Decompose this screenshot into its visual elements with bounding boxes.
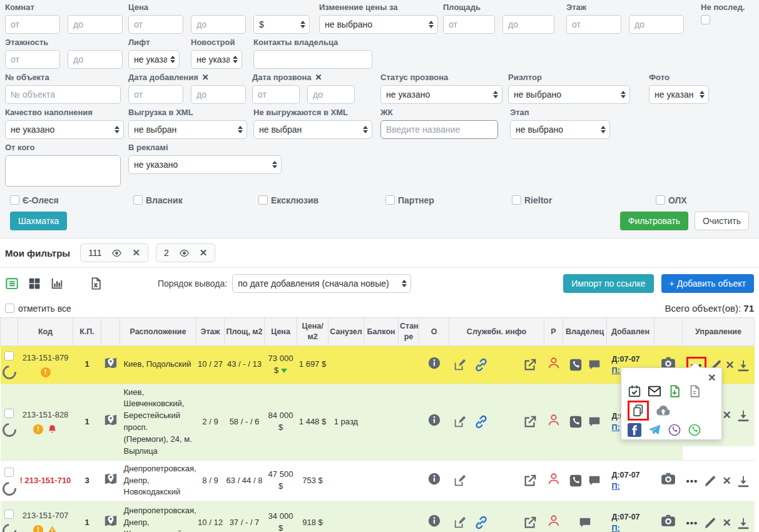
area-to-input[interactable] [502,15,554,34]
clear-button[interactable]: Очистить [695,212,749,230]
download-icon[interactable] [736,359,750,372]
phone-icon[interactable] [569,415,583,429]
chat-icon[interactable] [588,474,601,488]
date-added-from-input[interactable] [128,85,183,104]
envelope-icon[interactable] [648,384,661,398]
row-checkbox[interactable] [4,351,14,361]
floor-to-input[interactable] [629,15,684,34]
olx-checkbox[interactable] [656,195,665,205]
edit-note-icon[interactable] [453,358,467,372]
link-icon[interactable] [474,516,488,529]
sort-order-select[interactable]: по дате добавления (сначала новые) [232,274,411,293]
link-icon[interactable] [474,358,488,372]
e-olesya-checkbox[interactable] [10,195,19,205]
map-icon[interactable] [104,514,118,528]
edit-note-icon[interactable] [453,474,467,488]
facebook-icon[interactable] [628,423,641,437]
map-icon[interactable] [104,472,118,486]
camera-icon[interactable] [660,513,676,529]
select-all-checkbox[interactable] [5,304,14,313]
filter-button[interactable]: Фильтровать [620,212,688,230]
rooms-to-input[interactable] [68,15,123,34]
price-to-input[interactable] [191,15,246,34]
currency-select[interactable]: $ [253,15,310,34]
chart-view-icon[interactable] [50,277,64,290]
call-date-link[interactable]: П: [612,524,620,532]
row-checkbox[interactable] [4,468,14,477]
chat-icon[interactable] [578,516,592,529]
date-call-to-input[interactable] [307,85,355,104]
date-call-from-input[interactable] [252,85,300,104]
floors-to-input[interactable] [68,50,123,69]
refresh-spinner-icon[interactable] [0,479,19,498]
partner-checkbox[interactable] [385,195,395,205]
chess-button[interactable]: Шахматка [10,212,67,230]
realtor-select[interactable]: не выбрано [508,85,630,104]
owner-contacts-input[interactable] [253,50,372,69]
from-whom-input[interactable] [5,155,121,187]
add-object-button[interactable]: + Добавить объект [661,274,754,293]
photo-select[interactable]: не указан [649,85,709,104]
newbuild-select[interactable]: не указан [191,50,242,69]
chat-icon[interactable] [588,358,601,372]
external-link-icon[interactable] [523,358,537,372]
price-change-select[interactable]: не выбрано [319,15,438,34]
phone-icon[interactable] [569,358,583,372]
delete-icon[interactable]: ✕ [723,476,731,486]
refresh-spinner-icon[interactable] [0,521,19,532]
date-added-to-input[interactable] [191,85,246,104]
link-icon[interactable] [474,415,488,429]
viber-icon[interactable] [668,423,681,437]
telegram-icon[interactable] [648,423,661,437]
phone-icon[interactable] [569,474,583,488]
refresh-spinner-icon[interactable] [0,363,19,382]
table-row[interactable]: 213-151-707 ! 1 Днепропетровская, Днепр,… [1,501,755,532]
info-icon[interactable] [427,472,441,486]
lift-select[interactable]: не указан [128,50,180,69]
popup-close-icon[interactable]: ✕ [708,371,716,385]
info-icon[interactable] [427,356,441,370]
chip-remove-icon[interactable]: ✕ [200,247,208,258]
rooms-from-input[interactable] [5,15,60,34]
camera-icon[interactable] [660,471,676,487]
copy-icon[interactable] [631,404,645,417]
eye-icon[interactable] [111,248,122,258]
quality-select[interactable]: не указано [5,120,124,139]
download-icon[interactable] [736,474,750,488]
xml-upload-select[interactable]: не выбран [128,120,247,139]
stage-select[interactable]: не выбрано [510,120,610,139]
pdf-export-green-icon[interactable] [668,384,681,398]
floors-from-input[interactable] [5,50,60,69]
date-call-clear-icon[interactable]: ✕ [315,73,322,82]
more-actions-button[interactable]: ••• [686,518,698,528]
person-icon[interactable] [547,472,561,486]
zhk-input[interactable] [380,120,498,139]
edit-note-icon[interactable] [453,415,467,429]
person-icon[interactable] [547,356,561,370]
row-checkbox[interactable] [4,409,14,418]
grid-view-icon[interactable] [28,277,41,290]
list-view-icon[interactable] [5,277,19,290]
call-date-link[interactable]: П: [612,482,620,491]
delete-icon[interactable]: ✕ [723,518,731,528]
refresh-spinner-icon[interactable] [0,420,19,439]
download-icon[interactable] [736,516,750,530]
eye-icon[interactable] [179,248,190,258]
edit-icon[interactable] [703,516,717,530]
object-number-input[interactable] [5,85,121,104]
xml-not-select[interactable]: не выбран [253,120,372,139]
row-checkbox[interactable] [4,509,14,519]
filter-chip[interactable]: 2 ✕ [156,243,215,262]
delete-icon[interactable]: ✕ [723,410,731,421]
calendar-check-icon[interactable] [628,384,641,398]
edit-icon[interactable] [703,474,717,488]
chat-icon[interactable] [588,415,601,429]
map-icon[interactable] [104,413,118,427]
call-date-link[interactable]: П: [612,423,620,432]
date-added-clear-icon[interactable]: ✕ [202,73,209,82]
table-row[interactable]: ! 213-151-710 3 Днепропетровская, Днепр,… [1,460,755,501]
edit-note-icon[interactable] [453,516,467,529]
call-status-select[interactable]: не указано [380,85,502,104]
import-by-link-button[interactable]: Импорт по ссылке [563,274,653,293]
whatsapp-icon[interactable] [688,423,701,437]
